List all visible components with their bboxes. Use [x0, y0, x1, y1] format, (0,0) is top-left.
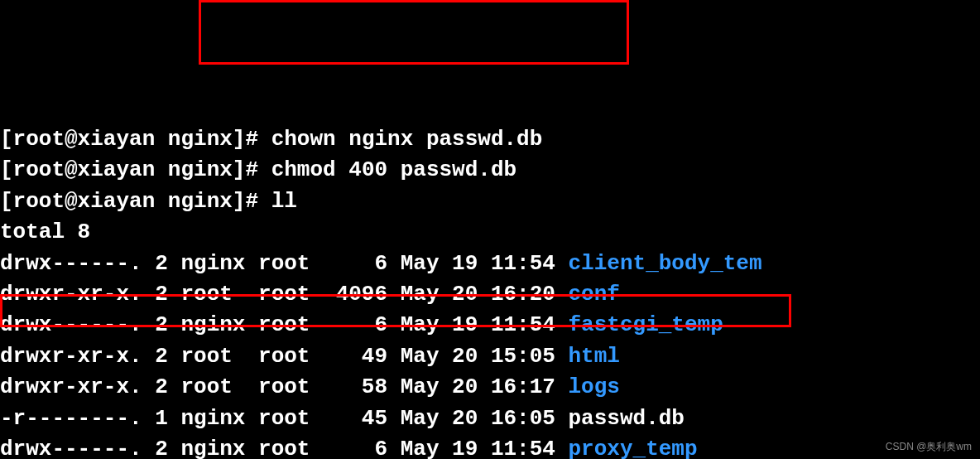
table-row: drwx------. 2 nginx root 6 May 19 11:54 …: [0, 434, 980, 459]
file-perms: -r--------. 1 nginx root 45 May 20 16:05: [0, 406, 569, 431]
table-row: drwx------. 2 nginx root 6 May 19 11:54 …: [0, 310, 980, 341]
file-perms: drwx------. 2 nginx root 6 May 19 11:54: [0, 437, 569, 459]
command-ll: ll: [258, 189, 297, 214]
file-name: passwd.db: [569, 406, 685, 431]
prompt: [root@xiayan nginx]#: [0, 189, 258, 214]
command-chown: chown nginx passwd.db: [258, 127, 542, 152]
file-perms: drwxr-xr-x. 2 root root 4096 May 20 16:2…: [0, 282, 569, 307]
file-perms: drwxr-xr-x. 2 root root 49 May 20 15:05: [0, 344, 569, 369]
terminal-output: [root@xiayan nginx]# chown nginx passwd.…: [0, 124, 980, 459]
table-row: drwxr-xr-x. 2 root root 58 May 20 16:17 …: [0, 372, 980, 403]
file-listing: drwx------. 2 nginx root 6 May 19 11:54 …: [0, 249, 980, 460]
table-row: -r--------. 1 nginx root 45 May 20 16:05…: [0, 403, 980, 434]
table-row: drwxr-xr-x. 2 root root 49 May 20 15:05 …: [0, 341, 980, 372]
watermark: CSDN @奥利奥wm: [886, 440, 972, 454]
highlight-commands: [199, 0, 629, 65]
file-perms: drwx------. 2 nginx root 6 May 19 11:54: [0, 251, 569, 276]
directory-name: logs: [569, 374, 620, 399]
prompt: [root@xiayan nginx]#: [0, 157, 258, 182]
prompt: [root@xiayan nginx]#: [0, 127, 258, 152]
directory-name: client_body_tem: [569, 251, 762, 276]
table-row: drwx------. 2 nginx root 6 May 19 11:54 …: [0, 249, 980, 279]
table-row: drwxr-xr-x. 2 root root 4096 May 20 16:2…: [0, 279, 980, 310]
directory-name: proxy_temp: [569, 437, 698, 459]
file-perms: drwxr-xr-x. 2 root root 58 May 20 16:17: [0, 374, 569, 399]
directory-name: conf: [569, 282, 620, 307]
directory-name: html: [569, 344, 620, 369]
file-perms: drwx------. 2 nginx root 6 May 19 11:54: [0, 312, 569, 337]
command-chmod: chmod 400 passwd.db: [258, 157, 516, 182]
directory-name: fastcgi_temp: [569, 312, 723, 337]
total-line: total 8: [0, 217, 980, 248]
